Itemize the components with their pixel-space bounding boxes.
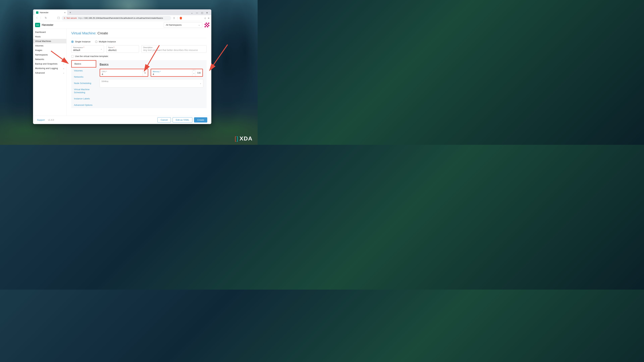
support-link[interactable]: Support	[37, 119, 45, 121]
share-icon[interactable]: ⇪	[173, 17, 175, 19]
config-tab-node-scheduling[interactable]: Node Scheduling	[71, 80, 96, 86]
config-tab-advanced-options[interactable]: Advanced Options	[71, 102, 96, 108]
instance-type-radio-group: Single Instance Multiple Instance	[71, 40, 206, 43]
close-tab-icon[interactable]: ×	[64, 11, 66, 14]
media-icon[interactable]: ♫	[204, 17, 206, 19]
memory-field[interactable]: Memory * 4 ▴▾ GiB	[150, 69, 203, 77]
user-avatar[interactable]	[204, 23, 209, 27]
namespace-selector-label: All Namespaces	[166, 24, 182, 26]
sidebar-item-images[interactable]: Images	[33, 48, 66, 52]
minimize-icon[interactable]: —	[196, 11, 198, 14]
cancel-button[interactable]: Cancel	[158, 117, 171, 122]
chevron-down-icon: ⌄	[200, 82, 202, 84]
xda-watermark: [] XDA	[234, 135, 252, 142]
tab-search-icon[interactable]: ⌄	[191, 11, 193, 14]
sidebar-item-dashboard[interactable]: Dashboard	[33, 30, 66, 34]
memory-value: 4	[153, 73, 190, 76]
namespace-selector[interactable]: All Namespaces ⌄	[164, 22, 202, 28]
template-checkbox-label: Use the virtual machine template:	[75, 55, 108, 57]
radio-icon	[95, 40, 98, 43]
template-checkbox-row[interactable]: Use the virtual machine template:	[71, 55, 206, 57]
sidebar-item-volumes[interactable]: Volumes	[33, 43, 66, 48]
not-secure-icon: ⊘	[64, 17, 65, 19]
config-tab-instance-labels[interactable]: Instance Labels	[71, 95, 96, 102]
cpu-unit: C	[143, 69, 148, 76]
page-title: Virtual Machine: Create	[71, 31, 206, 35]
reload-icon[interactable]: ↻	[45, 16, 47, 19]
back-icon[interactable]: 〈	[35, 16, 38, 19]
app-header: ◈◈ Harvester All Namespaces ⌄	[33, 21, 211, 29]
title-breadcrumb[interactable]: Virtual Machine:	[71, 31, 96, 35]
sidebar-item-hosts[interactable]: Hosts	[33, 34, 66, 39]
create-button[interactable]: Create	[194, 117, 207, 122]
address-bar: 〈 〉 ↻ ☐ ⊘ Not secure https://192.168.29.…	[33, 15, 211, 21]
cpu-value: 4	[102, 73, 141, 76]
radio-multiple-instance[interactable]: Multiple Instance	[95, 40, 116, 43]
chevron-down-icon: ⌄	[63, 67, 64, 69]
browser-tab[interactable]: Harvester ×	[34, 10, 67, 15]
config-tab-vm-scheduling[interactable]: Virtual Machine Scheduling	[71, 86, 96, 95]
memory-unit: GiB	[195, 69, 202, 76]
brave-shields-icon[interactable]	[180, 17, 182, 19]
description-field[interactable]: Description Any text you want that bette…	[142, 45, 206, 53]
radio-single-instance[interactable]: Single Instance	[71, 40, 90, 43]
chevron-down-icon: ⌄	[198, 24, 200, 26]
app-logo[interactable]: ◈◈	[35, 23, 40, 27]
config-nav: Basics Volumes Networks Node Scheduling …	[71, 60, 96, 108]
config-tab-networks[interactable]: Networks	[71, 74, 96, 80]
new-tab-button[interactable]: +	[68, 11, 72, 15]
sidebar-item-virtual-machines[interactable]: Virtual Machines	[33, 39, 66, 43]
sidebar-item-monitoring-logging[interactable]: Monitoring and Logging⌄	[33, 66, 66, 70]
memory-spinner[interactable]: ▴▾	[192, 69, 195, 76]
checkbox-icon	[71, 55, 74, 57]
app-footer: Support v1.4.0 Cancel Edit as YAML Creat…	[33, 116, 211, 124]
sidebar: Dashboard Hosts Virtual Machines Volumes…	[33, 29, 66, 116]
url-field[interactable]: ⊘ Not secure https://192.168.29.104/dash…	[62, 16, 171, 20]
namespace-field[interactable]: Namespace * default ⌄	[71, 45, 104, 53]
sidebar-item-namespaces[interactable]: Namespaces	[33, 52, 66, 57]
config-tab-basics[interactable]: Basics	[71, 60, 96, 67]
chevron-down-icon: ⌄	[100, 48, 102, 50]
name-value: ubuntu1	[108, 49, 137, 51]
panel-title: Basics	[100, 63, 203, 66]
config-area: Basics Volumes Networks Node Scheduling …	[71, 60, 206, 108]
edit-yaml-button[interactable]: Edit as YAML	[172, 117, 192, 122]
namespace-value: default	[73, 49, 102, 51]
sidebar-item-backup-snapshots[interactable]: Backup and Snapshots⌄	[33, 61, 66, 66]
main-content: Virtual Machine: Create Single Instance …	[66, 29, 211, 116]
sidebar-item-networks[interactable]: Networks⌄	[33, 57, 66, 61]
sidebar-item-advanced[interactable]: Advanced⌄	[33, 70, 66, 75]
bookmark-icon[interactable]: ☐	[57, 16, 60, 19]
chevron-down-icon: ⌄	[63, 72, 64, 74]
hamburger-menu-icon[interactable]: ≡	[208, 17, 209, 19]
chevron-down-icon: ⌄	[63, 58, 64, 60]
cpu-field[interactable]: CPU * 4 C	[100, 69, 148, 77]
basics-panel: Basics CPU * 4 C Memory * 4	[96, 60, 206, 108]
tab-favicon	[36, 11, 38, 14]
name-field[interactable]: Name * ubuntu1	[106, 45, 139, 53]
window-controls: ⌄ — ▢ ✕	[189, 11, 210, 15]
not-secure-label: Not secure	[66, 17, 77, 19]
config-tab-volumes[interactable]: Volumes	[71, 67, 96, 74]
tab-bar: Harvester × + ⌄ — ▢ ✕	[33, 9, 211, 15]
description-placeholder: Any text you want that better describes …	[143, 49, 205, 51]
forward-icon: 〉	[40, 16, 42, 19]
url-path: 192.168.29.104/dashboard/harvester/c/loc…	[84, 17, 163, 19]
title-leaf: Create	[98, 31, 108, 35]
sshkey-field[interactable]: SSHKey ⌄	[100, 79, 203, 87]
radio-icon	[71, 40, 74, 43]
maximize-icon[interactable]: ▢	[201, 11, 203, 14]
url-protocol: https://	[78, 17, 84, 19]
tab-title: Harvester	[40, 11, 48, 14]
browser-window: Harvester × + ⌄ — ▢ ✕ 〈 〉 ↻ ☐ ⊘ Not secu…	[33, 9, 211, 124]
version-label: v1.4.0	[48, 119, 54, 121]
close-window-icon[interactable]: ✕	[206, 11, 208, 14]
chevron-down-icon: ⌄	[63, 63, 64, 65]
app-name: Harvester	[42, 23, 53, 26]
